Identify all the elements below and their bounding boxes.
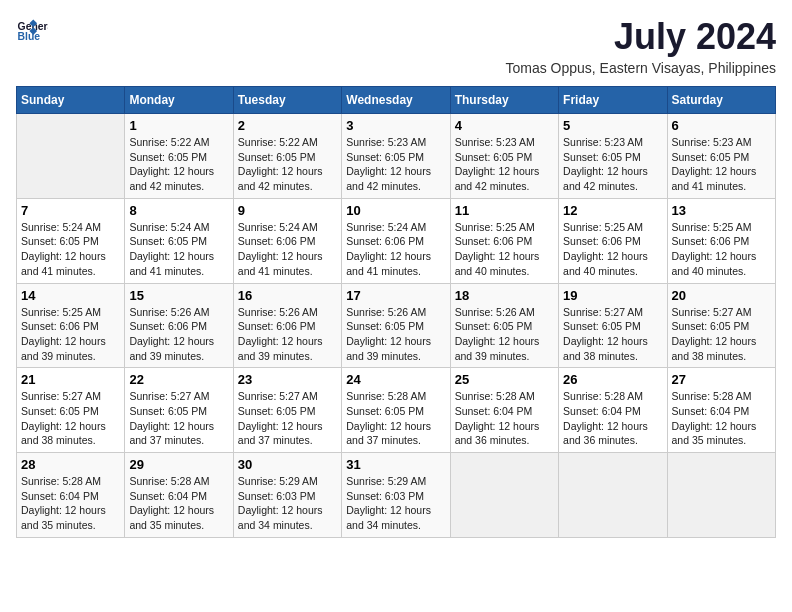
day-info: Sunrise: 5:26 AM Sunset: 6:05 PM Dayligh… <box>346 305 445 364</box>
page-title: July 2024 <box>505 16 776 58</box>
svg-text:Blue: Blue <box>18 31 41 42</box>
calendar-cell: 27Sunrise: 5:28 AM Sunset: 6:04 PM Dayli… <box>667 368 775 453</box>
day-number: 16 <box>238 288 337 303</box>
day-info: Sunrise: 5:23 AM Sunset: 6:05 PM Dayligh… <box>672 135 771 194</box>
calendar-day-header: Friday <box>559 87 667 114</box>
day-info: Sunrise: 5:24 AM Sunset: 6:05 PM Dayligh… <box>129 220 228 279</box>
day-info: Sunrise: 5:26 AM Sunset: 6:06 PM Dayligh… <box>238 305 337 364</box>
calendar-header-row: SundayMondayTuesdayWednesdayThursdayFrid… <box>17 87 776 114</box>
calendar-cell: 22Sunrise: 5:27 AM Sunset: 6:05 PM Dayli… <box>125 368 233 453</box>
day-number: 27 <box>672 372 771 387</box>
calendar-cell <box>450 453 558 538</box>
calendar-cell: 23Sunrise: 5:27 AM Sunset: 6:05 PM Dayli… <box>233 368 341 453</box>
day-info: Sunrise: 5:24 AM Sunset: 6:06 PM Dayligh… <box>346 220 445 279</box>
calendar-cell: 29Sunrise: 5:28 AM Sunset: 6:04 PM Dayli… <box>125 453 233 538</box>
calendar-week-row: 21Sunrise: 5:27 AM Sunset: 6:05 PM Dayli… <box>17 368 776 453</box>
calendar-day-header: Saturday <box>667 87 775 114</box>
calendar-cell: 9Sunrise: 5:24 AM Sunset: 6:06 PM Daylig… <box>233 198 341 283</box>
day-info: Sunrise: 5:27 AM Sunset: 6:05 PM Dayligh… <box>21 389 120 448</box>
day-info: Sunrise: 5:26 AM Sunset: 6:06 PM Dayligh… <box>129 305 228 364</box>
day-info: Sunrise: 5:25 AM Sunset: 6:06 PM Dayligh… <box>563 220 662 279</box>
calendar-cell: 5Sunrise: 5:23 AM Sunset: 6:05 PM Daylig… <box>559 114 667 199</box>
calendar-week-row: 7Sunrise: 5:24 AM Sunset: 6:05 PM Daylig… <box>17 198 776 283</box>
day-info: Sunrise: 5:23 AM Sunset: 6:05 PM Dayligh… <box>563 135 662 194</box>
calendar-cell: 16Sunrise: 5:26 AM Sunset: 6:06 PM Dayli… <box>233 283 341 368</box>
day-number: 11 <box>455 203 554 218</box>
day-info: Sunrise: 5:28 AM Sunset: 6:04 PM Dayligh… <box>455 389 554 448</box>
day-number: 7 <box>21 203 120 218</box>
day-number: 18 <box>455 288 554 303</box>
day-number: 20 <box>672 288 771 303</box>
day-info: Sunrise: 5:29 AM Sunset: 6:03 PM Dayligh… <box>238 474 337 533</box>
day-number: 28 <box>21 457 120 472</box>
logo: General Blue <box>16 16 48 48</box>
calendar-cell: 25Sunrise: 5:28 AM Sunset: 6:04 PM Dayli… <box>450 368 558 453</box>
calendar-cell: 4Sunrise: 5:23 AM Sunset: 6:05 PM Daylig… <box>450 114 558 199</box>
calendar-week-row: 14Sunrise: 5:25 AM Sunset: 6:06 PM Dayli… <box>17 283 776 368</box>
calendar-cell: 28Sunrise: 5:28 AM Sunset: 6:04 PM Dayli… <box>17 453 125 538</box>
day-info: Sunrise: 5:25 AM Sunset: 6:06 PM Dayligh… <box>455 220 554 279</box>
calendar-cell: 21Sunrise: 5:27 AM Sunset: 6:05 PM Dayli… <box>17 368 125 453</box>
calendar-cell: 20Sunrise: 5:27 AM Sunset: 6:05 PM Dayli… <box>667 283 775 368</box>
day-info: Sunrise: 5:25 AM Sunset: 6:06 PM Dayligh… <box>21 305 120 364</box>
day-info: Sunrise: 5:28 AM Sunset: 6:05 PM Dayligh… <box>346 389 445 448</box>
day-info: Sunrise: 5:27 AM Sunset: 6:05 PM Dayligh… <box>563 305 662 364</box>
day-number: 2 <box>238 118 337 133</box>
day-info: Sunrise: 5:22 AM Sunset: 6:05 PM Dayligh… <box>238 135 337 194</box>
calendar-cell: 3Sunrise: 5:23 AM Sunset: 6:05 PM Daylig… <box>342 114 450 199</box>
day-number: 24 <box>346 372 445 387</box>
day-number: 5 <box>563 118 662 133</box>
calendar-cell: 14Sunrise: 5:25 AM Sunset: 6:06 PM Dayli… <box>17 283 125 368</box>
day-number: 30 <box>238 457 337 472</box>
calendar-cell: 15Sunrise: 5:26 AM Sunset: 6:06 PM Dayli… <box>125 283 233 368</box>
day-number: 19 <box>563 288 662 303</box>
day-number: 17 <box>346 288 445 303</box>
day-info: Sunrise: 5:29 AM Sunset: 6:03 PM Dayligh… <box>346 474 445 533</box>
calendar-day-header: Thursday <box>450 87 558 114</box>
day-number: 3 <box>346 118 445 133</box>
day-number: 10 <box>346 203 445 218</box>
day-number: 22 <box>129 372 228 387</box>
calendar-cell: 17Sunrise: 5:26 AM Sunset: 6:05 PM Dayli… <box>342 283 450 368</box>
day-number: 31 <box>346 457 445 472</box>
day-info: Sunrise: 5:28 AM Sunset: 6:04 PM Dayligh… <box>21 474 120 533</box>
day-info: Sunrise: 5:28 AM Sunset: 6:04 PM Dayligh… <box>672 389 771 448</box>
day-info: Sunrise: 5:27 AM Sunset: 6:05 PM Dayligh… <box>672 305 771 364</box>
day-info: Sunrise: 5:27 AM Sunset: 6:05 PM Dayligh… <box>238 389 337 448</box>
calendar-cell <box>667 453 775 538</box>
day-number: 12 <box>563 203 662 218</box>
calendar-cell: 30Sunrise: 5:29 AM Sunset: 6:03 PM Dayli… <box>233 453 341 538</box>
day-info: Sunrise: 5:28 AM Sunset: 6:04 PM Dayligh… <box>563 389 662 448</box>
calendar-day-header: Monday <box>125 87 233 114</box>
day-info: Sunrise: 5:22 AM Sunset: 6:05 PM Dayligh… <box>129 135 228 194</box>
day-info: Sunrise: 5:26 AM Sunset: 6:05 PM Dayligh… <box>455 305 554 364</box>
page-header: General Blue July 2024 Tomas Oppus, East… <box>16 16 776 76</box>
day-number: 15 <box>129 288 228 303</box>
day-info: Sunrise: 5:24 AM Sunset: 6:06 PM Dayligh… <box>238 220 337 279</box>
calendar-cell: 24Sunrise: 5:28 AM Sunset: 6:05 PM Dayli… <box>342 368 450 453</box>
calendar-cell: 11Sunrise: 5:25 AM Sunset: 6:06 PM Dayli… <box>450 198 558 283</box>
day-number: 14 <box>21 288 120 303</box>
day-info: Sunrise: 5:23 AM Sunset: 6:05 PM Dayligh… <box>346 135 445 194</box>
title-area: July 2024 Tomas Oppus, Eastern Visayas, … <box>505 16 776 76</box>
calendar-cell: 31Sunrise: 5:29 AM Sunset: 6:03 PM Dayli… <box>342 453 450 538</box>
calendar-cell: 6Sunrise: 5:23 AM Sunset: 6:05 PM Daylig… <box>667 114 775 199</box>
page-subtitle: Tomas Oppus, Eastern Visayas, Philippine… <box>505 60 776 76</box>
logo-icon: General Blue <box>16 16 48 48</box>
calendar-week-row: 1Sunrise: 5:22 AM Sunset: 6:05 PM Daylig… <box>17 114 776 199</box>
calendar-cell: 26Sunrise: 5:28 AM Sunset: 6:04 PM Dayli… <box>559 368 667 453</box>
day-number: 29 <box>129 457 228 472</box>
day-number: 1 <box>129 118 228 133</box>
calendar-day-header: Sunday <box>17 87 125 114</box>
day-number: 26 <box>563 372 662 387</box>
calendar-cell <box>17 114 125 199</box>
calendar-cell: 2Sunrise: 5:22 AM Sunset: 6:05 PM Daylig… <box>233 114 341 199</box>
day-number: 23 <box>238 372 337 387</box>
calendar-week-row: 28Sunrise: 5:28 AM Sunset: 6:04 PM Dayli… <box>17 453 776 538</box>
calendar-cell: 18Sunrise: 5:26 AM Sunset: 6:05 PM Dayli… <box>450 283 558 368</box>
calendar-day-header: Tuesday <box>233 87 341 114</box>
day-number: 4 <box>455 118 554 133</box>
calendar-cell <box>559 453 667 538</box>
calendar-cell: 12Sunrise: 5:25 AM Sunset: 6:06 PM Dayli… <box>559 198 667 283</box>
day-info: Sunrise: 5:28 AM Sunset: 6:04 PM Dayligh… <box>129 474 228 533</box>
